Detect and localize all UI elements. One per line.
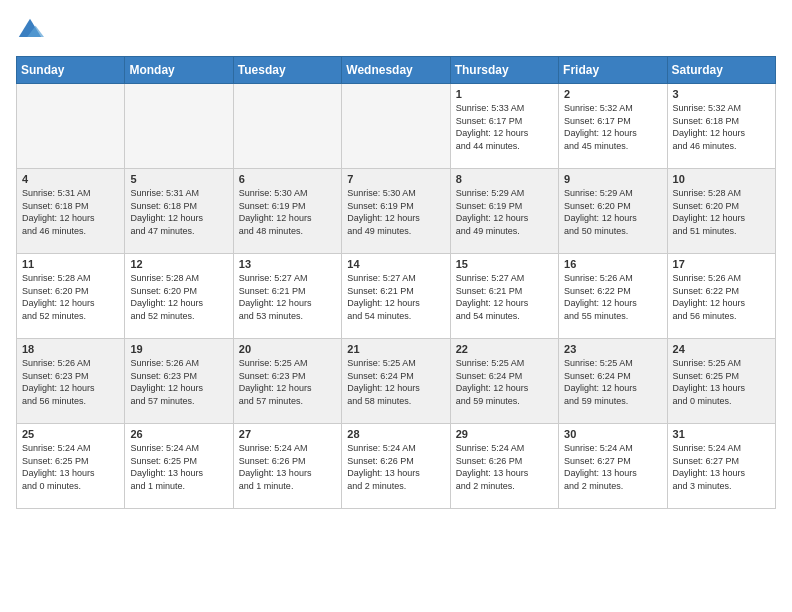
day-cell: 8Sunrise: 5:29 AM Sunset: 6:19 PM Daylig… bbox=[450, 169, 558, 254]
day-number: 17 bbox=[673, 258, 770, 270]
day-cell: 17Sunrise: 5:26 AM Sunset: 6:22 PM Dayli… bbox=[667, 254, 775, 339]
day-number: 12 bbox=[130, 258, 227, 270]
day-info: Sunrise: 5:29 AM Sunset: 6:20 PM Dayligh… bbox=[564, 187, 661, 237]
day-number: 27 bbox=[239, 428, 336, 440]
day-cell: 22Sunrise: 5:25 AM Sunset: 6:24 PM Dayli… bbox=[450, 339, 558, 424]
day-cell: 10Sunrise: 5:28 AM Sunset: 6:20 PM Dayli… bbox=[667, 169, 775, 254]
header-cell-wednesday: Wednesday bbox=[342, 57, 450, 84]
day-info: Sunrise: 5:26 AM Sunset: 6:23 PM Dayligh… bbox=[22, 357, 119, 407]
day-info: Sunrise: 5:31 AM Sunset: 6:18 PM Dayligh… bbox=[22, 187, 119, 237]
day-number: 2 bbox=[564, 88, 661, 100]
day-cell bbox=[233, 84, 341, 169]
logo bbox=[16, 16, 48, 44]
day-info: Sunrise: 5:33 AM Sunset: 6:17 PM Dayligh… bbox=[456, 102, 553, 152]
day-number: 19 bbox=[130, 343, 227, 355]
day-info: Sunrise: 5:25 AM Sunset: 6:24 PM Dayligh… bbox=[564, 357, 661, 407]
day-info: Sunrise: 5:32 AM Sunset: 6:18 PM Dayligh… bbox=[673, 102, 770, 152]
day-cell: 23Sunrise: 5:25 AM Sunset: 6:24 PM Dayli… bbox=[559, 339, 667, 424]
day-cell: 14Sunrise: 5:27 AM Sunset: 6:21 PM Dayli… bbox=[342, 254, 450, 339]
header-cell-sunday: Sunday bbox=[17, 57, 125, 84]
day-info: Sunrise: 5:26 AM Sunset: 6:22 PM Dayligh… bbox=[673, 272, 770, 322]
day-cell bbox=[342, 84, 450, 169]
day-number: 29 bbox=[456, 428, 553, 440]
day-number: 1 bbox=[456, 88, 553, 100]
day-cell: 20Sunrise: 5:25 AM Sunset: 6:23 PM Dayli… bbox=[233, 339, 341, 424]
day-number: 22 bbox=[456, 343, 553, 355]
day-info: Sunrise: 5:24 AM Sunset: 6:25 PM Dayligh… bbox=[130, 442, 227, 492]
header-cell-friday: Friday bbox=[559, 57, 667, 84]
week-row-5: 25Sunrise: 5:24 AM Sunset: 6:25 PM Dayli… bbox=[17, 424, 776, 509]
day-cell: 16Sunrise: 5:26 AM Sunset: 6:22 PM Dayli… bbox=[559, 254, 667, 339]
day-number: 21 bbox=[347, 343, 444, 355]
day-info: Sunrise: 5:32 AM Sunset: 6:17 PM Dayligh… bbox=[564, 102, 661, 152]
day-number: 13 bbox=[239, 258, 336, 270]
day-number: 31 bbox=[673, 428, 770, 440]
calendar-header: SundayMondayTuesdayWednesdayThursdayFrid… bbox=[17, 57, 776, 84]
day-number: 11 bbox=[22, 258, 119, 270]
day-info: Sunrise: 5:28 AM Sunset: 6:20 PM Dayligh… bbox=[22, 272, 119, 322]
day-cell: 31Sunrise: 5:24 AM Sunset: 6:27 PM Dayli… bbox=[667, 424, 775, 509]
day-info: Sunrise: 5:24 AM Sunset: 6:27 PM Dayligh… bbox=[564, 442, 661, 492]
day-number: 7 bbox=[347, 173, 444, 185]
day-info: Sunrise: 5:26 AM Sunset: 6:22 PM Dayligh… bbox=[564, 272, 661, 322]
day-cell bbox=[17, 84, 125, 169]
day-info: Sunrise: 5:27 AM Sunset: 6:21 PM Dayligh… bbox=[347, 272, 444, 322]
day-info: Sunrise: 5:27 AM Sunset: 6:21 PM Dayligh… bbox=[239, 272, 336, 322]
day-cell: 2Sunrise: 5:32 AM Sunset: 6:17 PM Daylig… bbox=[559, 84, 667, 169]
day-info: Sunrise: 5:25 AM Sunset: 6:23 PM Dayligh… bbox=[239, 357, 336, 407]
day-number: 28 bbox=[347, 428, 444, 440]
day-info: Sunrise: 5:25 AM Sunset: 6:24 PM Dayligh… bbox=[456, 357, 553, 407]
day-number: 3 bbox=[673, 88, 770, 100]
week-row-2: 4Sunrise: 5:31 AM Sunset: 6:18 PM Daylig… bbox=[17, 169, 776, 254]
day-cell bbox=[125, 84, 233, 169]
day-cell: 1Sunrise: 5:33 AM Sunset: 6:17 PM Daylig… bbox=[450, 84, 558, 169]
day-number: 10 bbox=[673, 173, 770, 185]
week-row-3: 11Sunrise: 5:28 AM Sunset: 6:20 PM Dayli… bbox=[17, 254, 776, 339]
day-number: 15 bbox=[456, 258, 553, 270]
day-info: Sunrise: 5:30 AM Sunset: 6:19 PM Dayligh… bbox=[347, 187, 444, 237]
day-info: Sunrise: 5:24 AM Sunset: 6:27 PM Dayligh… bbox=[673, 442, 770, 492]
day-cell: 18Sunrise: 5:26 AM Sunset: 6:23 PM Dayli… bbox=[17, 339, 125, 424]
day-number: 18 bbox=[22, 343, 119, 355]
day-number: 25 bbox=[22, 428, 119, 440]
day-info: Sunrise: 5:24 AM Sunset: 6:26 PM Dayligh… bbox=[347, 442, 444, 492]
day-info: Sunrise: 5:31 AM Sunset: 6:18 PM Dayligh… bbox=[130, 187, 227, 237]
calendar-table: SundayMondayTuesdayWednesdayThursdayFrid… bbox=[16, 56, 776, 509]
day-cell: 4Sunrise: 5:31 AM Sunset: 6:18 PM Daylig… bbox=[17, 169, 125, 254]
day-info: Sunrise: 5:28 AM Sunset: 6:20 PM Dayligh… bbox=[130, 272, 227, 322]
day-info: Sunrise: 5:29 AM Sunset: 6:19 PM Dayligh… bbox=[456, 187, 553, 237]
day-cell: 5Sunrise: 5:31 AM Sunset: 6:18 PM Daylig… bbox=[125, 169, 233, 254]
page-header bbox=[16, 16, 776, 44]
day-info: Sunrise: 5:24 AM Sunset: 6:26 PM Dayligh… bbox=[239, 442, 336, 492]
day-cell: 12Sunrise: 5:28 AM Sunset: 6:20 PM Dayli… bbox=[125, 254, 233, 339]
day-info: Sunrise: 5:27 AM Sunset: 6:21 PM Dayligh… bbox=[456, 272, 553, 322]
day-info: Sunrise: 5:25 AM Sunset: 6:25 PM Dayligh… bbox=[673, 357, 770, 407]
day-cell: 3Sunrise: 5:32 AM Sunset: 6:18 PM Daylig… bbox=[667, 84, 775, 169]
day-number: 30 bbox=[564, 428, 661, 440]
day-info: Sunrise: 5:25 AM Sunset: 6:24 PM Dayligh… bbox=[347, 357, 444, 407]
day-number: 23 bbox=[564, 343, 661, 355]
header-cell-saturday: Saturday bbox=[667, 57, 775, 84]
day-number: 16 bbox=[564, 258, 661, 270]
day-cell: 26Sunrise: 5:24 AM Sunset: 6:25 PM Dayli… bbox=[125, 424, 233, 509]
day-cell: 6Sunrise: 5:30 AM Sunset: 6:19 PM Daylig… bbox=[233, 169, 341, 254]
day-info: Sunrise: 5:30 AM Sunset: 6:19 PM Dayligh… bbox=[239, 187, 336, 237]
header-cell-thursday: Thursday bbox=[450, 57, 558, 84]
day-number: 5 bbox=[130, 173, 227, 185]
day-cell: 9Sunrise: 5:29 AM Sunset: 6:20 PM Daylig… bbox=[559, 169, 667, 254]
day-cell: 27Sunrise: 5:24 AM Sunset: 6:26 PM Dayli… bbox=[233, 424, 341, 509]
header-cell-monday: Monday bbox=[125, 57, 233, 84]
day-cell: 28Sunrise: 5:24 AM Sunset: 6:26 PM Dayli… bbox=[342, 424, 450, 509]
day-cell: 21Sunrise: 5:25 AM Sunset: 6:24 PM Dayli… bbox=[342, 339, 450, 424]
day-number: 24 bbox=[673, 343, 770, 355]
day-cell: 15Sunrise: 5:27 AM Sunset: 6:21 PM Dayli… bbox=[450, 254, 558, 339]
day-info: Sunrise: 5:26 AM Sunset: 6:23 PM Dayligh… bbox=[130, 357, 227, 407]
day-cell: 11Sunrise: 5:28 AM Sunset: 6:20 PM Dayli… bbox=[17, 254, 125, 339]
day-info: Sunrise: 5:28 AM Sunset: 6:20 PM Dayligh… bbox=[673, 187, 770, 237]
week-row-4: 18Sunrise: 5:26 AM Sunset: 6:23 PM Dayli… bbox=[17, 339, 776, 424]
day-info: Sunrise: 5:24 AM Sunset: 6:26 PM Dayligh… bbox=[456, 442, 553, 492]
day-number: 4 bbox=[22, 173, 119, 185]
day-cell: 7Sunrise: 5:30 AM Sunset: 6:19 PM Daylig… bbox=[342, 169, 450, 254]
day-cell: 29Sunrise: 5:24 AM Sunset: 6:26 PM Dayli… bbox=[450, 424, 558, 509]
day-cell: 19Sunrise: 5:26 AM Sunset: 6:23 PM Dayli… bbox=[125, 339, 233, 424]
